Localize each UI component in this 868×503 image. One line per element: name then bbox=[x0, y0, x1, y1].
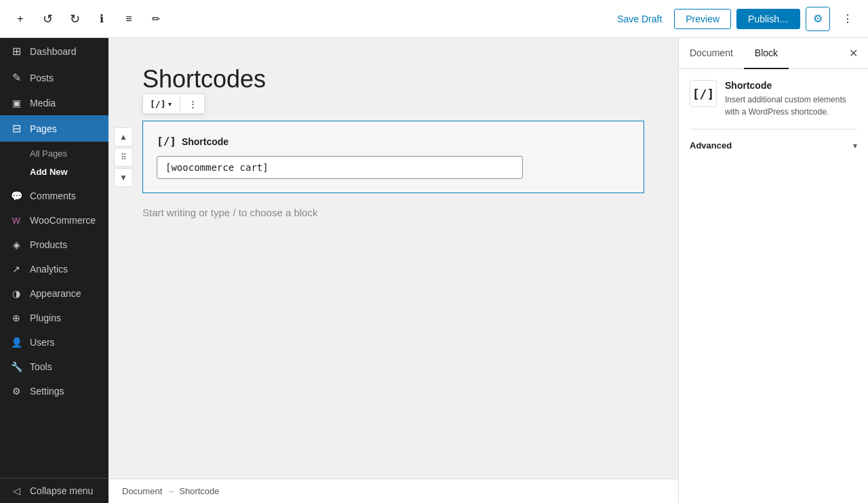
block-info-card: [/] Shortcode Insert additional custom e… bbox=[690, 80, 857, 118]
move-up-button[interactable]: ▲ bbox=[114, 127, 133, 146]
block-description: Insert additional custom elements with a… bbox=[725, 94, 857, 118]
sidebar-item-media[interactable]: ▣ Media bbox=[0, 91, 108, 115]
list-view-button[interactable]: ≡ bbox=[117, 7, 141, 31]
sidebar-item-label: Users bbox=[30, 337, 55, 348]
down-arrow-icon: ▼ bbox=[119, 173, 127, 182]
sidebar-item-label: Media bbox=[30, 98, 56, 108]
shortcode-block-icon: [/] bbox=[150, 99, 165, 109]
settings-button[interactable]: ⚙ bbox=[806, 7, 830, 31]
next-block-hint[interactable]: Start writing or type / to choose a bloc… bbox=[142, 199, 644, 226]
sidebar-item-label: Appearance bbox=[30, 288, 81, 299]
sidebar-item-comments[interactable]: 💬 Comments bbox=[0, 184, 108, 208]
editor-area: Shortcodes [/] ▾ ⋮ bbox=[108, 38, 678, 503]
top-toolbar: + ↺ ↻ ℹ ≡ ✏ Save Draft Preview Publish… … bbox=[0, 0, 868, 38]
shortcode-icon: [/] bbox=[157, 135, 176, 148]
block-name: Shortcode bbox=[725, 80, 857, 91]
sidebar-item-users[interactable]: 👤 Users bbox=[0, 330, 108, 355]
close-icon: ✕ bbox=[849, 47, 858, 60]
posts-icon: ✎ bbox=[9, 71, 23, 84]
advanced-section: Advanced ▾ bbox=[690, 129, 857, 161]
sidebar-item-label: Tools bbox=[30, 361, 52, 372]
sidebar-item-label: Pages bbox=[30, 123, 57, 134]
breadcrumb-shortcode[interactable]: Shortcode bbox=[179, 486, 219, 496]
users-icon: 👤 bbox=[9, 337, 23, 348]
block-more-options-button[interactable]: ⋮ bbox=[183, 96, 203, 112]
sidebar-item-label: Analytics bbox=[30, 264, 68, 275]
main-layout: ⊞ Dashboard ✎ Posts ▣ Media ⊟ Pages All … bbox=[0, 38, 868, 503]
toolbar-separator bbox=[180, 96, 180, 112]
preview-button[interactable]: Preview bbox=[674, 9, 731, 29]
sidebar-item-analytics[interactable]: ↗ Analytics bbox=[0, 257, 108, 281]
editor-inner: Shortcodes [/] ▾ ⋮ bbox=[129, 65, 658, 226]
sidebar-item-posts[interactable]: ✎ Posts bbox=[0, 64, 108, 91]
sidebar-item-dashboard[interactable]: ⊞ Dashboard bbox=[0, 38, 108, 64]
redo-icon: ↻ bbox=[70, 12, 80, 26]
block-container: [/] ▾ ⋮ ▲ ⠿ bbox=[142, 121, 644, 193]
list-view-icon: ≡ bbox=[125, 13, 132, 25]
advanced-section-header[interactable]: Advanced ▾ bbox=[690, 138, 857, 153]
add-icon: + bbox=[17, 13, 23, 25]
edit-button[interactable]: ✏ bbox=[144, 7, 168, 31]
tab-document[interactable]: Document bbox=[679, 38, 744, 69]
drag-handle[interactable]: ⠿ bbox=[114, 148, 133, 167]
dashboard-icon: ⊞ bbox=[9, 45, 23, 58]
panel-tabs: Document Block ✕ bbox=[679, 38, 868, 69]
sidebar-item-woocommerce[interactable]: W WooCommerce bbox=[0, 208, 108, 233]
editor-breadcrumb: Document → Shortcode bbox=[108, 479, 678, 503]
shortcode-block-header: [/] Shortcode bbox=[157, 135, 630, 148]
sidebar-item-label: Plugins bbox=[30, 313, 61, 323]
pages-submenu: All Pages Add New bbox=[0, 142, 108, 184]
edit-icon: ✏ bbox=[152, 13, 161, 25]
products-icon: ◈ bbox=[9, 239, 23, 250]
add-block-button[interactable]: + bbox=[8, 7, 33, 31]
sidebar-item-plugins[interactable]: ⊕ Plugins bbox=[0, 306, 108, 330]
info-icon: ℹ bbox=[100, 12, 104, 25]
save-draft-button[interactable]: Save Draft bbox=[610, 9, 669, 28]
breadcrumb-separator: → bbox=[166, 486, 175, 496]
page-title[interactable]: Shortcodes bbox=[142, 65, 644, 94]
sidebar-sub-item-add-new[interactable]: Add New bbox=[0, 163, 108, 181]
drag-icon: ⠿ bbox=[121, 153, 127, 162]
advanced-title: Advanced bbox=[690, 140, 732, 150]
sidebar-item-label: Comments bbox=[30, 190, 76, 201]
sidebar-item-label: Posts bbox=[30, 73, 54, 83]
block-info-icon: [/] bbox=[690, 80, 717, 107]
sidebar-item-appearance[interactable]: ◑ Appearance bbox=[0, 281, 108, 306]
sidebar-item-pages[interactable]: ⊟ Pages bbox=[0, 115, 108, 142]
panel-body: [/] Shortcode Insert additional custom e… bbox=[679, 69, 868, 503]
shortcode-input[interactable] bbox=[157, 156, 523, 179]
toolbar-left: + ↺ ↻ ℹ ≡ ✏ bbox=[8, 7, 608, 31]
woocommerce-icon: W bbox=[9, 216, 23, 226]
right-panel: Document Block ✕ [/] Shortcode Insert ad… bbox=[678, 38, 868, 503]
block-type-button[interactable]: [/] ▾ bbox=[144, 96, 177, 112]
comments-icon: 💬 bbox=[9, 190, 23, 201]
settings-icon: ⚙ bbox=[9, 386, 23, 397]
toolbar-right: Save Draft Preview Publish… ⚙ ⋮ bbox=[610, 7, 860, 31]
sidebar-bottom: ◁ Collapse menu bbox=[0, 478, 108, 503]
sidebar-item-label: WooCommerce bbox=[30, 215, 96, 226]
redo-button[interactable]: ↻ bbox=[62, 7, 87, 31]
info-button[interactable]: ℹ bbox=[90, 7, 114, 31]
editor-content: Shortcodes [/] ▾ ⋮ bbox=[108, 38, 678, 479]
shortcode-block-wrapper: [/] Shortcode bbox=[142, 121, 644, 193]
sidebar-item-label: Dashboard bbox=[30, 46, 77, 57]
undo-button[interactable]: ↺ bbox=[35, 7, 60, 31]
sidebar-item-products[interactable]: ◈ Products bbox=[0, 233, 108, 257]
sidebar-sub-item-all-pages[interactable]: All Pages bbox=[0, 144, 108, 163]
plugins-icon: ⊕ bbox=[9, 313, 23, 323]
breadcrumb-document[interactable]: Document bbox=[122, 486, 162, 496]
sidebar-item-settings[interactable]: ⚙ Settings bbox=[0, 379, 108, 403]
collapse-menu-button[interactable]: ◁ Collapse menu bbox=[0, 479, 108, 503]
tab-block[interactable]: Block bbox=[744, 38, 789, 69]
move-down-button[interactable]: ▼ bbox=[114, 168, 133, 187]
block-info-text: Shortcode Insert additional custom eleme… bbox=[725, 80, 857, 118]
up-arrow-icon: ▲ bbox=[119, 132, 127, 142]
analytics-icon: ↗ bbox=[9, 264, 23, 275]
sidebar-item-tools[interactable]: 🔧 Tools bbox=[0, 355, 108, 379]
more-options-icon: ⋮ bbox=[189, 99, 197, 109]
publish-button[interactable]: Publish… bbox=[736, 9, 800, 29]
panel-close-button[interactable]: ✕ bbox=[841, 41, 865, 66]
block-mover: ▲ ⠿ ▼ bbox=[114, 127, 133, 187]
shortcode-block: [/] Shortcode bbox=[143, 121, 644, 193]
more-options-button[interactable]: ⋮ bbox=[835, 7, 860, 31]
